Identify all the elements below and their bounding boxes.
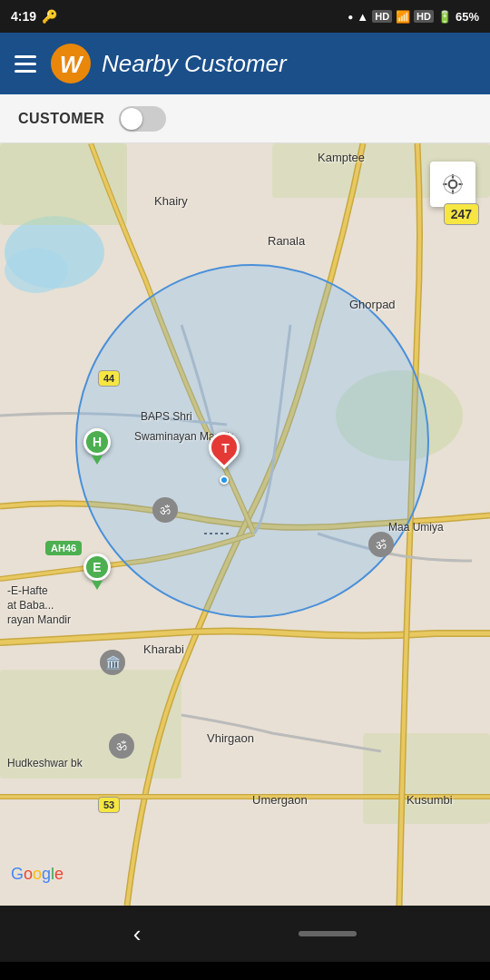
road-badge-44: 44 xyxy=(98,370,120,387)
battery-icon: 🔋 xyxy=(437,10,452,24)
road-badge-247: 247 xyxy=(444,203,479,225)
key-icon: 🔑 xyxy=(42,9,57,24)
place-kharabi: Kharabi xyxy=(143,642,184,656)
place-ghorpad: Ghorpad xyxy=(349,298,396,311)
road-badge-53: 53 xyxy=(98,797,120,813)
customer-bar: CUSTOMER xyxy=(0,94,490,143)
page-title: Nearby Customer xyxy=(102,50,287,78)
wifi-icon: ▲ xyxy=(357,10,368,24)
marker-t-current: T xyxy=(209,432,240,485)
bottom-nav-bar: ‹ xyxy=(0,906,490,962)
place-hudkeshwar: Hudkeshwar bk xyxy=(7,757,83,769)
signal-dot: ● xyxy=(348,12,353,22)
radius-circle xyxy=(75,264,429,618)
map-container[interactable]: Kamptee Khairy Ranala Ghorpad BAPS Shri … xyxy=(0,143,490,906)
om-marker-2: ॐ xyxy=(368,532,394,557)
place-maa-umiya: Maa Umiya xyxy=(388,521,444,534)
marker-h: H xyxy=(83,428,111,465)
hd-badge-1: HD xyxy=(372,10,392,23)
svg-point-2 xyxy=(5,248,68,293)
location-button[interactable] xyxy=(430,162,475,207)
status-time: 4:19 🔑 xyxy=(11,9,57,24)
om-marker-4: ॐ xyxy=(109,733,134,759)
nav-bar: W Nearby Customer xyxy=(0,33,490,94)
place-rayan-mandir: rayan Mandir xyxy=(7,613,71,626)
status-icons: ● ▲ HD 📶 HD 🔋 65% xyxy=(348,10,479,24)
status-bar: 4:19 🔑 ● ▲ HD 📶 HD 🔋 65% xyxy=(0,0,490,33)
customer-label: CUSTOMER xyxy=(18,111,104,127)
place-e-hafte: -E-Hafte xyxy=(7,584,48,597)
hamburger-menu[interactable] xyxy=(11,52,40,76)
google-logo: Google xyxy=(11,865,64,884)
place-kusumbi: Kusumbi xyxy=(407,793,453,807)
toggle-knob xyxy=(121,108,142,130)
place-khairy: Khairy xyxy=(154,194,188,208)
place-umergaon: Umergaon xyxy=(252,793,308,807)
logo-letter: W xyxy=(60,53,83,76)
place-baps1: BAPS Shri xyxy=(141,410,192,423)
place-ranala: Ranala xyxy=(268,234,305,248)
battery-level: 65% xyxy=(456,10,479,24)
om-marker-3: 🏛️ xyxy=(100,650,125,675)
place-vhirgaon: Vhirgaon xyxy=(207,731,254,745)
home-indicator[interactable] xyxy=(299,931,357,936)
customer-toggle[interactable] xyxy=(119,106,166,132)
crosshair-icon xyxy=(441,172,465,196)
back-button[interactable]: ‹ xyxy=(133,920,142,948)
place-kamptee: Kamptee xyxy=(318,151,365,164)
app-logo: W xyxy=(51,44,91,83)
signal-icon: 📶 xyxy=(396,10,410,24)
hd-badge-2: HD xyxy=(414,10,434,23)
place-at-baba: at Baba... xyxy=(7,599,54,612)
svg-point-9 xyxy=(449,181,457,189)
om-marker-1: ॐ xyxy=(152,497,178,523)
road-badge-ah46: AH46 xyxy=(45,541,82,555)
marker-e: E xyxy=(83,554,111,590)
svg-rect-7 xyxy=(363,733,490,824)
